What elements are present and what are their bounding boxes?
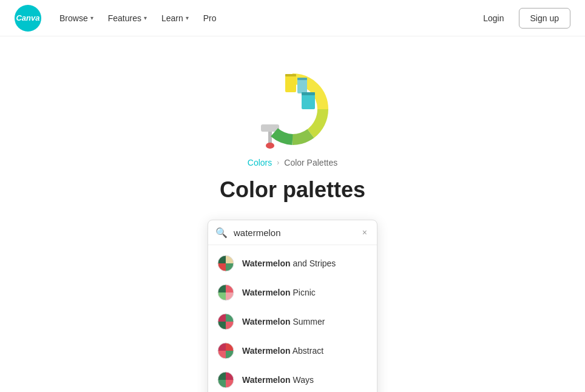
suggestion-text: Watermelon Picnic <box>242 288 316 297</box>
suggestion-item[interactable]: Watermelon Abstract <box>208 336 377 365</box>
breadcrumb-separator: › <box>277 158 279 167</box>
breadcrumb: Colors › Color Palettes <box>248 158 337 167</box>
svg-rect-4 <box>285 74 296 76</box>
suggestion-text: Watermelon and Stripes <box>242 259 336 268</box>
svg-rect-3 <box>285 74 296 92</box>
main-content: Colors › Color Palettes Color palettes 🔍… <box>0 36 585 392</box>
suggestion-item[interactable]: Watermelon and Stripes <box>208 249 377 278</box>
suggestion-item[interactable]: Watermelon Ways <box>208 365 377 392</box>
learn-chevron-icon: ▾ <box>186 15 189 21</box>
nav-actions: Login Sign up <box>476 8 570 29</box>
suggestion-item[interactable]: Watermelon Summer <box>208 307 377 336</box>
clear-button[interactable]: × <box>360 226 370 238</box>
search-input-row: 🔍 × <box>208 220 377 245</box>
suggestion-icon <box>217 371 235 389</box>
color-wheel-svg <box>244 61 341 152</box>
suggestion-icon <box>217 283 235 302</box>
suggestion-text: Watermelon Ways <box>242 375 314 385</box>
suggestion-icon <box>217 313 235 331</box>
nav-links: Browse ▾ Features ▾ Learn ▾ Pro <box>53 8 476 28</box>
hero-illustration <box>244 61 341 152</box>
suggestion-text: Watermelon Summer <box>242 317 325 326</box>
svg-point-2 <box>266 143 274 149</box>
svg-rect-8 <box>302 92 315 95</box>
browse-chevron-icon: ▾ <box>90 15 93 21</box>
suggestion-text: Watermelon Abstract <box>242 346 323 356</box>
nav-learn[interactable]: Learn ▾ <box>155 8 195 28</box>
breadcrumb-colors-link[interactable]: Colors <box>248 158 272 167</box>
navbar: Canva Browse ▾ Features ▾ Learn ▾ Pro Lo… <box>0 0 585 36</box>
page-title: Color palettes <box>220 177 365 203</box>
nav-features[interactable]: Features ▾ <box>102 8 153 28</box>
features-chevron-icon: ▾ <box>144 15 147 21</box>
nav-pro[interactable]: Pro <box>197 8 223 28</box>
signup-button[interactable]: Sign up <box>519 8 570 29</box>
suggestions-dropdown: Watermelon and StripesWatermelon PicnicW… <box>208 245 377 392</box>
search-box: 🔍 × Watermelon and StripesWatermelon Pic… <box>208 220 377 392</box>
search-icon: 🔍 <box>215 227 228 238</box>
nav-features-label: Features <box>108 13 141 23</box>
breadcrumb-current: Color Palettes <box>284 158 337 167</box>
search-input[interactable] <box>234 228 360 238</box>
nav-browse-label: Browse <box>59 13 88 23</box>
nav-browse[interactable]: Browse ▾ <box>53 8 100 28</box>
logo[interactable]: Canva <box>15 5 41 32</box>
suggestion-item[interactable]: Watermelon Picnic <box>208 278 377 307</box>
logo-text: Canva <box>16 13 39 22</box>
login-button[interactable]: Login <box>476 8 511 28</box>
nav-learn-label: Learn <box>161 13 183 23</box>
svg-rect-6 <box>297 78 307 80</box>
suggestion-icon <box>217 254 235 272</box>
suggestion-icon <box>217 342 235 360</box>
nav-pro-label: Pro <box>203 13 217 23</box>
search-container: 🔍 × Watermelon and StripesWatermelon Pic… <box>208 220 377 392</box>
